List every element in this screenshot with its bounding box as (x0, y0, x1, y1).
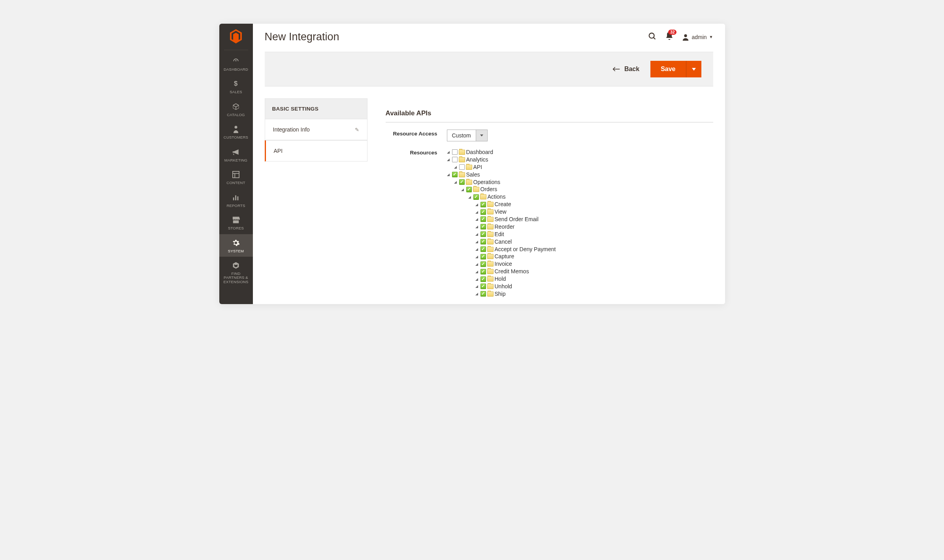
sidebar-item-stores[interactable]: STORES (219, 211, 253, 234)
sidebar-item-partners[interactable]: FIND PARTNERS & EXTENSIONS (219, 257, 253, 288)
content-columns: BASIC SETTINGS Integration Info ✎ API Av… (253, 98, 725, 304)
tree-toggle-icon[interactable]: ◢ (475, 291, 479, 296)
save-dropdown-button[interactable] (686, 61, 701, 77)
sidebar-label: CONTENT (226, 181, 245, 185)
sidebar-item-marketing[interactable]: MARKETING (219, 143, 253, 166)
tree-node[interactable]: ◢Create (475, 201, 713, 208)
tree-label: Edit (495, 231, 504, 238)
tree-checkbox[interactable] (459, 164, 465, 170)
tree-node[interactable]: ◢Credit Memos (475, 268, 713, 275)
tree-toggle-icon[interactable]: ◢ (454, 180, 458, 184)
tab-integration-info[interactable]: Integration Info ✎ (265, 119, 367, 140)
tree-checkbox[interactable] (452, 172, 458, 177)
tree-node[interactable]: ◢View (475, 208, 713, 216)
tree-node[interactable]: ◢Capture (475, 253, 713, 260)
tree-checkbox[interactable] (480, 291, 486, 297)
sidebar-item-sales[interactable]: $ SALES (219, 75, 253, 98)
tree-checkbox[interactable] (480, 209, 486, 215)
folder-icon (466, 180, 472, 185)
folder-icon (487, 239, 494, 244)
tree-checkbox[interactable] (480, 239, 486, 244)
tree-checkbox[interactable] (459, 179, 465, 185)
sidebar-item-content[interactable]: CONTENT (219, 166, 253, 188)
tree-checkbox[interactable] (480, 276, 486, 282)
layout-icon (232, 170, 240, 179)
person-icon (232, 125, 240, 133)
tree-checkbox[interactable] (480, 231, 486, 237)
tree-toggle-icon[interactable]: ◢ (475, 239, 479, 244)
tree-checkbox[interactable] (480, 216, 486, 222)
tree-toggle-icon[interactable]: ◢ (447, 172, 451, 177)
tree-node[interactable]: ◢Dashboard (447, 148, 713, 156)
tree-node[interactable]: ◢Cancel (475, 238, 713, 246)
svg-marker-13 (480, 135, 483, 137)
tree-node[interactable]: ◢Accept or Deny Payment (475, 246, 713, 253)
tree-toggle-icon[interactable]: ◢ (475, 284, 479, 289)
resource-access-label: Resource Access (386, 130, 447, 141)
sidebar-item-dashboard[interactable]: DASHBOARD (219, 53, 253, 75)
tree-toggle-icon[interactable]: ◢ (454, 165, 458, 169)
tree-toggle-icon[interactable]: ◢ (475, 202, 479, 207)
tree-node[interactable]: ◢Reorder (475, 223, 713, 231)
tree-checkbox[interactable] (480, 261, 486, 267)
tab-label: API (274, 148, 283, 154)
tree-toggle-icon[interactable]: ◢ (475, 247, 479, 252)
page-header: New Integration 32 admin ▼ (253, 24, 725, 52)
notifications-button[interactable]: 32 (665, 32, 673, 42)
sidebar-item-reports[interactable]: REPORTS (219, 189, 253, 211)
tree-node[interactable]: ◢Operations (454, 179, 713, 186)
tree-checkbox[interactable] (480, 202, 486, 207)
admin-user-menu[interactable]: admin ▼ (682, 34, 713, 41)
tree-toggle-icon[interactable]: ◢ (475, 269, 479, 274)
magento-logo[interactable] (224, 24, 248, 50)
tree-node[interactable]: ◢API (454, 163, 713, 171)
tree-node[interactable]: ◢Invoice (475, 260, 713, 268)
save-button[interactable]: Save (650, 61, 686, 77)
tree-checkbox[interactable] (480, 246, 486, 252)
tree-checkbox[interactable] (480, 254, 486, 259)
tree-toggle-icon[interactable]: ◢ (461, 187, 465, 192)
tab-api[interactable]: API (265, 140, 367, 162)
tree-node[interactable]: ◢Sales (447, 171, 713, 179)
tree-checkbox[interactable] (452, 149, 458, 155)
tree-toggle-icon[interactable]: ◢ (447, 150, 451, 154)
tree-checkbox[interactable] (452, 157, 458, 162)
tree-toggle-icon[interactable]: ◢ (475, 277, 479, 282)
tree-toggle-icon[interactable]: ◢ (475, 262, 479, 267)
tree-checkbox[interactable] (480, 269, 486, 274)
tree-node[interactable]: ◢Orders (461, 186, 713, 193)
tree-label: Capture (495, 253, 514, 260)
tree-node[interactable]: ◢Edit (475, 231, 713, 238)
svg-point-10 (684, 34, 687, 37)
tree-label: Invoice (495, 260, 512, 268)
tree-node[interactable]: ◢Unhold (475, 283, 713, 290)
tree-node[interactable]: ◢Ship (475, 290, 713, 298)
tree-node[interactable]: ◢Actions (468, 193, 713, 201)
tree-toggle-icon[interactable]: ◢ (475, 210, 479, 214)
tree-toggle-icon[interactable]: ◢ (475, 217, 479, 222)
sidebar-item-customers[interactable]: CUSTOMERS (219, 120, 253, 143)
resource-tree: ◢Dashboard◢Analytics◢API◢Sales◢Operation… (447, 148, 713, 298)
tree-toggle-icon[interactable]: ◢ (475, 232, 479, 237)
tree-node[interactable]: ◢Hold (475, 275, 713, 283)
arrow-left-icon (612, 66, 620, 72)
tree-children: ◢Actions◢Create◢View◢Send Order Email◢Re… (461, 193, 713, 297)
search-button[interactable] (648, 32, 657, 42)
tree-checkbox[interactable] (480, 284, 486, 289)
tree-children: ◢Orders◢Actions◢Create◢View◢Send Order E… (454, 186, 713, 297)
resource-access-select[interactable]: Custom (447, 130, 488, 141)
tree-toggle-icon[interactable]: ◢ (475, 254, 479, 259)
tree-toggle-icon[interactable]: ◢ (475, 224, 479, 229)
tree-checkbox[interactable] (466, 187, 472, 192)
tree-label: Create (495, 201, 511, 208)
sidebar-item-catalog[interactable]: CATALOG (219, 98, 253, 120)
tree-checkbox[interactable] (473, 194, 479, 200)
tree-node[interactable]: ◢Send Order Email (475, 216, 713, 223)
sidebar-item-system[interactable]: SYSTEM (219, 234, 253, 257)
tree-node[interactable]: ◢Analytics (447, 156, 713, 163)
svg-rect-7 (237, 196, 239, 200)
back-button[interactable]: Back (612, 66, 639, 73)
tree-checkbox[interactable] (480, 224, 486, 229)
tree-toggle-icon[interactable]: ◢ (447, 157, 451, 162)
tree-toggle-icon[interactable]: ◢ (468, 195, 472, 199)
